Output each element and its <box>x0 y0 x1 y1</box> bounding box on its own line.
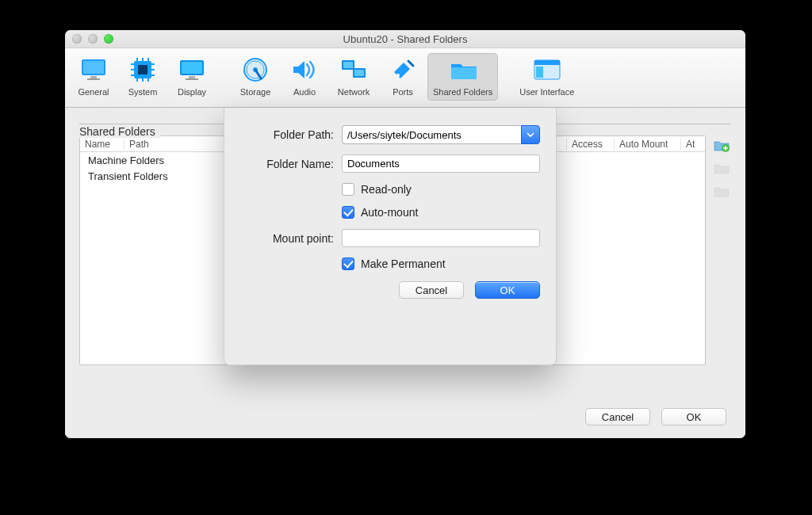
cancel-button[interactable]: Cancel <box>585 408 650 425</box>
add-share-sheet: Folder Path: Folder Name: <box>224 108 557 365</box>
automount-checkbox[interactable] <box>342 206 354 219</box>
svg-rect-2 <box>90 76 97 78</box>
sheet-cancel-button[interactable]: Cancel <box>399 281 464 299</box>
tab-system[interactable]: System <box>118 53 167 101</box>
svg-rect-19 <box>182 62 202 74</box>
svg-rect-5 <box>138 65 147 74</box>
tab-general[interactable]: General <box>69 53 118 101</box>
main-footer: Cancel OK <box>79 397 731 425</box>
col-at[interactable]: At <box>681 139 705 150</box>
label-folder-name: Folder Name: <box>240 158 334 170</box>
tab-shared-folders[interactable]: Shared Folders <box>427 53 498 101</box>
label-folder-path: Folder Path: <box>240 128 334 141</box>
make-permanent-checkbox[interactable] <box>342 258 354 270</box>
window-title: Ubuntu20 - Shared Folders <box>65 33 745 45</box>
edit-folder-button <box>714 160 730 176</box>
mount-point-input[interactable] <box>342 229 540 247</box>
tab-user-interface[interactable]: User Interface <box>514 53 580 101</box>
close-button[interactable] <box>72 34 82 44</box>
folder-edit-icon <box>714 161 730 175</box>
ok-button[interactable]: OK <box>661 408 726 425</box>
label-mount-point: Mount point: <box>240 232 334 245</box>
sheet-ok-button[interactable]: OK <box>475 281 540 299</box>
titlebar: Ubuntu20 - Shared Folders <box>65 30 745 48</box>
folder-remove-icon <box>714 184 730 198</box>
minimize-button[interactable] <box>88 34 98 44</box>
disk-icon <box>241 55 270 84</box>
speaker-icon <box>290 55 319 84</box>
svg-rect-28 <box>354 70 364 76</box>
tab-ports[interactable]: Ports <box>378 53 427 101</box>
svg-rect-26 <box>343 62 353 68</box>
svg-rect-20 <box>189 76 195 78</box>
connector-icon <box>389 55 417 84</box>
settings-window: Ubuntu20 - Shared Folders General System… <box>65 30 745 438</box>
content-area: Shared Folders Name Path Access Auto Mou… <box>65 108 745 438</box>
side-buttons <box>714 135 731 397</box>
readonly-label: Read-only <box>361 183 412 196</box>
folder-plus-icon <box>714 138 730 152</box>
monitor-icon <box>79 55 108 84</box>
svg-point-29 <box>396 74 400 77</box>
svg-rect-31 <box>534 60 560 65</box>
network-icon <box>339 55 368 84</box>
folder-path-combo[interactable] <box>342 125 540 144</box>
svg-rect-1 <box>83 61 104 74</box>
chip-icon <box>128 55 157 84</box>
tab-display[interactable]: Display <box>167 53 216 101</box>
automount-label: Auto-mount <box>361 206 418 219</box>
folder-name-input[interactable] <box>342 154 540 173</box>
svg-rect-3 <box>87 78 100 80</box>
col-name[interactable]: Name <box>80 139 124 150</box>
display-icon <box>178 55 206 84</box>
traffic-lights <box>72 34 113 44</box>
col-auto-mount[interactable]: Auto Mount <box>615 139 681 150</box>
remove-folder-button <box>714 183 730 199</box>
folder-path-input[interactable] <box>342 125 521 144</box>
zoom-button[interactable] <box>104 34 113 44</box>
svg-rect-32 <box>536 67 543 78</box>
tab-network[interactable]: Network <box>329 53 378 101</box>
col-access[interactable]: Access <box>567 139 615 150</box>
chevron-down-icon[interactable] <box>521 125 540 144</box>
section-title: Shared Folders <box>78 125 160 138</box>
svg-rect-21 <box>186 78 198 80</box>
sheet-footer: Cancel OK <box>240 281 540 299</box>
toolbar: General System Display Storage Audio <box>65 48 745 108</box>
readonly-checkbox[interactable] <box>342 183 354 196</box>
make-permanent-label: Make Permanent <box>361 258 446 270</box>
window-layout-icon <box>533 55 561 84</box>
tab-audio[interactable]: Audio <box>280 53 329 101</box>
add-folder-button[interactable] <box>714 137 730 153</box>
folder-icon <box>449 55 477 84</box>
tab-storage[interactable]: Storage <box>231 53 280 101</box>
